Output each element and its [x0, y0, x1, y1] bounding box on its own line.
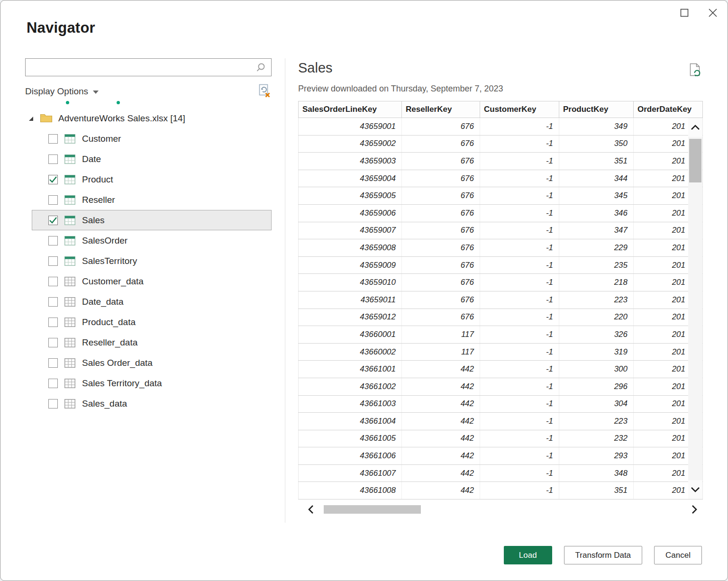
- table-cell: 43659001: [299, 118, 402, 136]
- tree-item-product[interactable]: Product: [32, 169, 272, 190]
- table-cell: 346: [559, 204, 634, 222]
- tree-item-sales-data[interactable]: Sales_data: [32, 393, 272, 414]
- maximize-button[interactable]: [676, 5, 692, 20]
- worksheet-icon: [64, 297, 75, 307]
- table-cell: 43661005: [299, 430, 402, 447]
- tree-item-date[interactable]: Date: [32, 149, 272, 169]
- table-cell: 43661001: [299, 361, 402, 378]
- table-cell: 43659009: [299, 256, 402, 274]
- tree-item-sales[interactable]: Sales: [32, 210, 272, 230]
- checkbox-unchecked[interactable]: [48, 236, 58, 245]
- checkbox-unchecked[interactable]: [48, 154, 58, 164]
- tree-item-sales-order-data[interactable]: Sales Order_data: [32, 353, 272, 373]
- scroll-down-icon[interactable]: [688, 480, 702, 499]
- scroll-right-icon[interactable]: [687, 504, 701, 515]
- worksheet-icon: [64, 379, 75, 388]
- column-header-resellerkey[interactable]: ResellerKey: [402, 101, 480, 118]
- table-cell: 300: [559, 361, 634, 378]
- tree-item-product-data[interactable]: Product_data: [32, 312, 272, 332]
- table-cell: 229: [559, 239, 634, 257]
- checkbox-unchecked[interactable]: [48, 318, 58, 327]
- worksheet-icon: [64, 338, 75, 347]
- transform-data-button[interactable]: Transform Data: [564, 546, 642, 564]
- checkbox-unchecked[interactable]: [48, 134, 58, 144]
- column-header-orderdatekey[interactable]: OrderDateKey: [634, 101, 703, 118]
- table-cell: 43659007: [299, 222, 402, 239]
- load-button[interactable]: Load: [504, 546, 552, 564]
- tree-item-customer-data[interactable]: Customer_data: [32, 271, 272, 291]
- tree-item-reseller-data[interactable]: Reseller_data: [32, 332, 272, 353]
- table-cell: -1: [480, 135, 559, 153]
- table-cell: 43660001: [299, 326, 402, 344]
- tree-item-label: Sales_data: [82, 399, 127, 409]
- table-cell: 676: [402, 239, 480, 257]
- column-header-productkey[interactable]: ProductKey: [559, 101, 634, 118]
- tree-item-sales-territory-data[interactable]: Sales Territory_data: [32, 373, 272, 393]
- table-cell: 442: [402, 464, 480, 482]
- tree-item-label: Sales Order_data: [82, 358, 153, 368]
- table-row: 43659012676-1220201: [299, 309, 703, 326]
- close-icon: [708, 8, 718, 18]
- maximize-icon: [680, 8, 689, 18]
- magnifier-icon[interactable]: [250, 59, 271, 76]
- table-cell: -1: [480, 482, 559, 499]
- collapse-expand-icon[interactable]: [29, 117, 33, 121]
- table-cell: 218: [559, 274, 634, 291]
- checkbox-checked[interactable]: [48, 175, 58, 184]
- scroll-up-icon[interactable]: [688, 118, 702, 137]
- table-row: 43661002442-1296201: [299, 378, 703, 395]
- table-cell: -1: [480, 326, 559, 344]
- table-cell: -1: [480, 204, 559, 222]
- tree-item-customer[interactable]: Customer: [32, 128, 272, 149]
- tree-item-salesorder[interactable]: SalesOrder: [32, 230, 272, 251]
- column-header-salesorderlinekey[interactable]: SalesOrderLineKey: [299, 101, 402, 118]
- table-cell: 676: [402, 274, 480, 291]
- table-cell: 442: [402, 378, 480, 395]
- checkbox-unchecked[interactable]: [48, 358, 58, 368]
- scroll-left-icon[interactable]: [304, 504, 318, 515]
- cancel-button[interactable]: Cancel: [654, 546, 702, 564]
- checkbox-unchecked[interactable]: [48, 338, 58, 347]
- table-cell: -1: [480, 343, 559, 361]
- checkbox-unchecked[interactable]: [48, 195, 58, 205]
- tree-item-date-data[interactable]: Date_data: [32, 291, 272, 312]
- table-row: 43659011676-1223201: [299, 291, 703, 309]
- column-header-customerkey[interactable]: CustomerKey: [480, 101, 559, 118]
- table-cell: 349: [559, 118, 634, 136]
- table-icon: [64, 154, 75, 164]
- display-options-dropdown[interactable]: Display Options: [25, 86, 99, 97]
- horizontal-scrollbar-thumb[interactable]: [324, 505, 421, 514]
- refresh-with-cancel-icon[interactable]: [258, 84, 271, 100]
- checkbox-unchecked[interactable]: [48, 297, 58, 307]
- table-row: 43659008676-1229201: [299, 239, 703, 257]
- checkbox-unchecked[interactable]: [48, 256, 58, 266]
- vertical-scrollbar[interactable]: [688, 118, 702, 499]
- table-cell: 43659008: [299, 239, 402, 257]
- tree-root-adventureworks[interactable]: AdventureWorks Sales.xlsx [14]: [25, 109, 272, 128]
- vertical-scrollbar-thumb[interactable]: [689, 139, 701, 182]
- checkbox-unchecked[interactable]: [48, 277, 58, 286]
- checkbox-checked[interactable]: [48, 216, 58, 225]
- tree-item-label: Date_data: [82, 297, 124, 307]
- refresh-preview-icon[interactable]: [688, 63, 702, 80]
- close-button[interactable]: [705, 5, 721, 20]
- tree-item-reseller[interactable]: Reseller: [32, 190, 272, 210]
- search-input[interactable]: [26, 59, 250, 76]
- tree-item-salesterritory[interactable]: SalesTerritory: [32, 251, 272, 271]
- dialog-title: Navigator: [27, 19, 728, 36]
- table-cell: 351: [559, 153, 634, 170]
- checkbox-unchecked[interactable]: [48, 399, 58, 409]
- table-cell: 348: [559, 464, 634, 482]
- table-icon: [64, 134, 75, 144]
- tree-item-label: Customer: [82, 134, 121, 144]
- table-cell: 676: [402, 291, 480, 309]
- horizontal-scrollbar[interactable]: [298, 504, 702, 515]
- table-row: 43659004676-1344201: [299, 170, 703, 187]
- table-cell: 220: [559, 309, 634, 326]
- checkbox-unchecked[interactable]: [48, 379, 58, 388]
- table-cell: 676: [402, 309, 480, 326]
- worksheet-icon: [64, 277, 75, 286]
- table-cell: 676: [402, 222, 480, 239]
- tree-item-label: Reseller_data: [82, 337, 137, 348]
- table-cell: -1: [480, 309, 559, 326]
